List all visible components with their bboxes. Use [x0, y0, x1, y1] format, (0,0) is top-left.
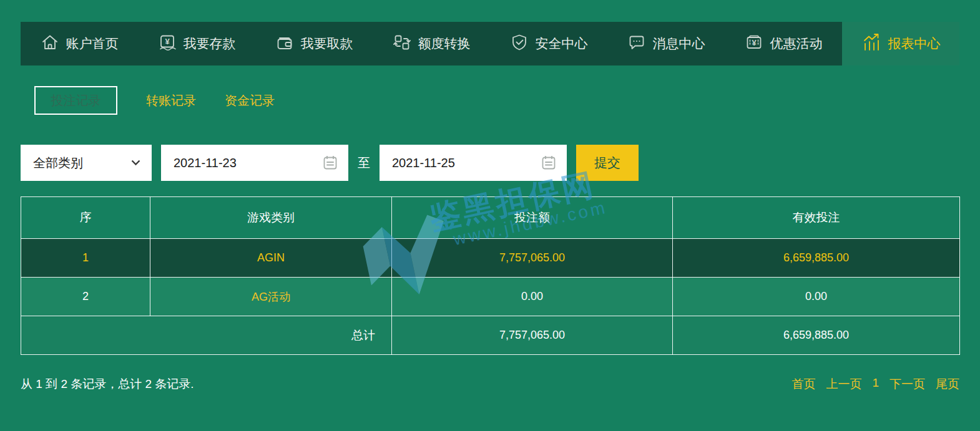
date-from-value: 2021-11-23 — [174, 156, 237, 170]
record-tabs: 投注记录 转账记录 资金记录 — [34, 86, 275, 115]
transfer-icon — [393, 33, 411, 55]
nav-item-promotions[interactable]: ¥ 优惠活动 — [725, 22, 842, 65]
cell-seq: 2 — [21, 278, 150, 316]
date-range-to-label: 至 — [358, 155, 370, 172]
nav-item-label: 我要取款 — [301, 35, 353, 52]
filter-bar: 全部类别 2021-11-23 至 2021-11-25 提交 — [21, 145, 639, 181]
tab-bet-records[interactable]: 投注记录 — [34, 86, 117, 115]
svg-text:¥: ¥ — [165, 37, 170, 46]
chevron-down-icon — [131, 160, 140, 166]
report-table: 序 游戏类别 投注额 有效投注 1 AGIN 7,757,065.00 6,65… — [21, 196, 959, 355]
nav-item-label: 账户首页 — [66, 35, 119, 52]
calendar-icon[interactable] — [541, 155, 557, 171]
nav-item-label: 优惠活动 — [770, 35, 823, 52]
header-game-category: 游戏类别 — [150, 197, 392, 239]
total-valid-bet: 6,659,885.00 — [673, 316, 960, 355]
tab-transfer-records[interactable]: 转账记录 — [146, 92, 196, 109]
nav-item-quota-transfer[interactable]: 额度转换 — [373, 22, 490, 65]
cell-bet-amount: 7,757,065.00 — [392, 239, 673, 278]
nav-item-deposit[interactable]: ¥ 我要存款 — [138, 22, 255, 65]
header-seq: 序 — [21, 197, 150, 239]
report-chart-icon — [861, 32, 881, 56]
cell-game-category: AG活动 — [150, 278, 392, 316]
nav-item-security-center[interactable]: 安全中心 — [490, 22, 607, 65]
table-row: 1 AGIN 7,757,065.00 6,659,885.00 — [21, 239, 960, 278]
svg-text:¥: ¥ — [752, 38, 757, 47]
nav-item-label: 报表中心 — [888, 35, 941, 52]
cell-seq: 1 — [21, 239, 150, 278]
submit-button[interactable]: 提交 — [576, 145, 639, 181]
pagination: 首页 上一页 1 下一页 尾页 — [791, 376, 959, 392]
cell-game-category: AGIN — [150, 239, 392, 278]
nav-item-report-center[interactable]: 报表中心 — [842, 22, 959, 65]
pagination-page-1[interactable]: 1 — [872, 376, 879, 392]
date-to-input[interactable]: 2021-11-25 — [380, 145, 567, 181]
table-total-row: 总计 7,757,065.00 6,659,885.00 — [21, 316, 960, 355]
message-icon — [627, 33, 646, 55]
cell-valid-bet: 0.00 — [673, 278, 960, 316]
nav-item-label: 额度转换 — [418, 35, 471, 52]
nav-item-label: 消息中心 — [653, 35, 705, 52]
category-select-value: 全部类别 — [33, 155, 83, 172]
header-bet-amount: 投注额 — [392, 197, 673, 239]
nav-item-message-center[interactable]: 消息中心 — [607, 22, 725, 65]
category-select[interactable]: 全部类别 — [21, 145, 152, 181]
cell-bet-amount: 0.00 — [392, 278, 673, 316]
calendar-icon[interactable] — [322, 155, 338, 171]
nav-item-withdraw[interactable]: 我要取款 — [255, 22, 373, 65]
top-navbar: 账户首页 ¥ 我要存款 我要取款 额度转换 安全中心 消息中心 ¥ 优惠活动 报… — [21, 22, 959, 65]
date-from-input[interactable]: 2021-11-23 — [161, 145, 348, 181]
shield-check-icon — [510, 33, 529, 55]
pagination-last[interactable]: 尾页 — [936, 376, 959, 392]
home-icon — [41, 33, 59, 55]
withdraw-icon — [275, 33, 294, 55]
pagination-prev[interactable]: 上一页 — [826, 376, 861, 392]
table-row: 2 AG活动 0.00 0.00 — [21, 278, 960, 316]
nav-item-account-home[interactable]: 账户首页 — [21, 22, 138, 65]
total-label: 总计 — [21, 316, 392, 355]
table-header-row: 序 游戏类别 投注额 有效投注 — [21, 197, 960, 239]
deposit-icon: ¥ — [158, 33, 177, 55]
cell-valid-bet: 6,659,885.00 — [673, 239, 960, 278]
records-summary: 从 1 到 2 条记录，总计 2 条记录. — [21, 376, 194, 392]
nav-item-label: 我要存款 — [184, 35, 236, 52]
pagination-next[interactable]: 下一页 — [889, 376, 925, 392]
header-valid-bet: 有效投注 — [673, 197, 960, 239]
promo-icon: ¥ — [745, 33, 763, 55]
date-to-value: 2021-11-25 — [392, 156, 455, 170]
nav-item-label: 安全中心 — [536, 35, 588, 52]
pagination-first[interactable]: 首页 — [791, 376, 815, 392]
total-bet-amount: 7,757,065.00 — [392, 316, 673, 355]
tab-fund-records[interactable]: 资金记录 — [225, 92, 275, 109]
